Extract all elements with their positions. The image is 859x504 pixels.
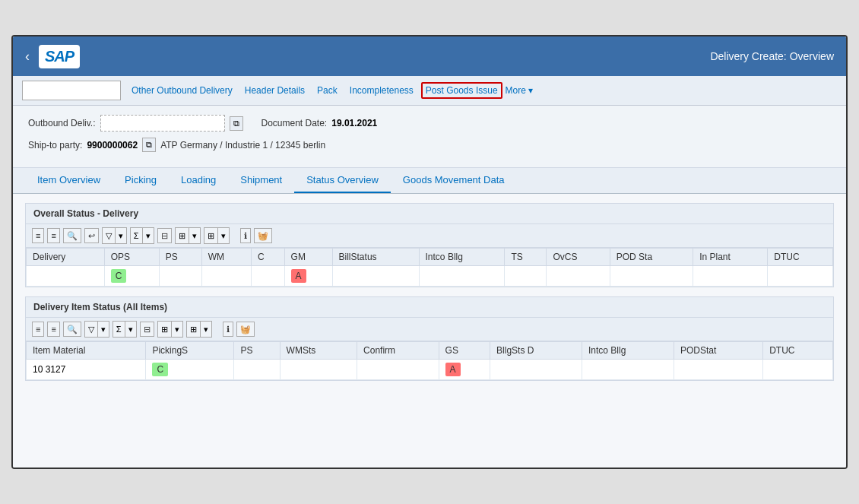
align-left-button[interactable]: ≡	[32, 228, 44, 243]
col-confirm: Confirm	[357, 342, 439, 360]
form-area: Outbound Deliv.: ⧉ Document Date: 19.01.…	[13, 106, 846, 168]
align-center-button[interactable]: ≡	[47, 228, 59, 243]
sum-dropdown[interactable]: ▾	[142, 228, 154, 243]
table-row[interactable]: 10 3127 C A	[27, 360, 833, 380]
item-filter-button[interactable]: ▽	[85, 322, 97, 337]
outbound-deliv-input[interactable]	[100, 115, 225, 132]
nav-incompleteness[interactable]: Incompleteness	[345, 82, 418, 99]
col-ovcs: OvCS	[547, 249, 610, 266]
gm-badge: A	[291, 269, 306, 283]
outbound-copy-button[interactable]: ⧉	[230, 116, 243, 131]
document-date-value: 19.01.2021	[331, 118, 377, 128]
nav-other-outbound[interactable]: Other Outbound Delivery	[127, 82, 237, 99]
ship-to-desc: ATP Germany / Industrie 1 / 12345 berlin	[160, 140, 325, 151]
content-area: Overall Status - Delivery ≡ ≡ 🔍 ↩ ▽ ▾ Σ …	[13, 194, 846, 468]
cell-ops: C	[104, 266, 159, 287]
cell-ts	[505, 266, 547, 287]
filter-group: ▽ ▾	[102, 227, 127, 244]
item-basket-button[interactable]: 🧺	[236, 322, 255, 337]
cell-item-ps	[234, 360, 280, 380]
item-align-left-button[interactable]: ≡	[32, 322, 44, 337]
item-grid-button[interactable]: ⊞	[187, 322, 200, 337]
col-gm: GM	[284, 249, 332, 266]
sum-group: Σ ▾	[130, 227, 154, 244]
tab-status-overview[interactable]: Status Overview	[294, 168, 391, 193]
cell-podstat	[674, 360, 762, 380]
table-row[interactable]: C A	[27, 266, 833, 287]
col-ts: TS	[505, 249, 547, 266]
nav-pack[interactable]: Pack	[312, 82, 342, 99]
undo-button[interactable]: ↩	[84, 228, 99, 243]
cell-item-material: 10 3127	[27, 360, 146, 380]
grid-dropdown[interactable]: ▾	[217, 228, 229, 243]
col-item-intco-bllg: Intco Bllg	[582, 342, 674, 360]
cell-bllgsts-d	[490, 360, 582, 380]
col-bllgsts-d: BllgSts D	[490, 342, 582, 360]
item-info-button[interactable]: ℹ	[223, 322, 233, 337]
cell-c	[251, 266, 284, 287]
item-layout-button[interactable]: ⊞	[158, 322, 171, 337]
item-align-center-button[interactable]: ≡	[47, 322, 59, 337]
nav-header-details[interactable]: Header Details	[240, 82, 309, 99]
toolbar: Other Outbound Delivery Header Details P…	[13, 76, 846, 106]
nav-post-goods-issue[interactable]: Post Goods Issue	[421, 82, 502, 99]
cell-wm	[201, 266, 251, 287]
form-row-1: Outbound Deliv.: ⧉ Document Date: 19.01.…	[28, 115, 831, 132]
col-delivery: Delivery	[27, 249, 105, 266]
header-left: ‹ SAP	[25, 45, 80, 68]
cell-gm: A	[284, 266, 332, 287]
tab-loading[interactable]: Loading	[169, 168, 228, 193]
basket-button[interactable]: 🧺	[254, 228, 272, 243]
item-search-button[interactable]: 🔍	[63, 322, 81, 337]
toolbar-dropdown-wrapper	[22, 81, 121, 100]
search-button[interactable]: 🔍	[63, 228, 81, 243]
outbound-deliv-label: Outbound Deliv.:	[28, 118, 96, 128]
document-date-label: Document Date:	[262, 118, 328, 128]
layout-dropdown[interactable]: ▾	[189, 228, 200, 243]
col-item-ps: PS	[234, 342, 280, 360]
print-button[interactable]: ⊟	[157, 228, 172, 243]
item-filter-dropdown[interactable]: ▾	[97, 322, 109, 337]
col-intco-bllg: Intco Bllg	[419, 249, 505, 266]
tab-goods-movement[interactable]: Goods Movement Data	[391, 168, 517, 193]
nav-more[interactable]: More ▾	[506, 85, 534, 96]
form-row-2: Ship-to party: 9900000062 ⧉ ATP Germany …	[28, 138, 831, 152]
overall-table-header: Delivery OPS PS WM C GM BillStatus Intco…	[27, 249, 833, 266]
col-ps: PS	[159, 249, 201, 266]
grid-group: ⊞ ▾	[204, 227, 230, 244]
tabs: Item Overview Picking Loading Shipment S…	[13, 168, 846, 194]
ship-to-copy-button[interactable]: ⧉	[142, 138, 156, 152]
col-gs: GS	[439, 342, 490, 360]
header-title: Delivery Create: Overview	[710, 50, 834, 62]
filter-dropdown[interactable]: ▾	[115, 228, 126, 243]
item-sum-button[interactable]: Σ	[113, 322, 125, 337]
ship-to-label: Ship-to party:	[28, 140, 82, 151]
item-sum-dropdown[interactable]: ▾	[125, 322, 136, 337]
col-item-material: Item Material	[27, 342, 146, 360]
item-print-button[interactable]: ⊟	[140, 322, 154, 337]
cell-pod-sta	[610, 266, 693, 287]
layout-button[interactable]: ⊞	[176, 228, 189, 243]
item-grid-dropdown[interactable]: ▾	[200, 322, 211, 337]
tab-shipment[interactable]: Shipment	[228, 168, 294, 193]
back-button[interactable]: ‹	[25, 49, 30, 65]
sum-button[interactable]: Σ	[131, 228, 142, 243]
col-wm: WM	[201, 249, 251, 266]
sap-logo: SAP	[39, 45, 80, 68]
cell-item-dtuc	[763, 360, 833, 380]
item-layout-dropdown[interactable]: ▾	[171, 322, 182, 337]
cell-item-intco-bllg	[582, 360, 674, 380]
col-pickings: PickingS	[146, 342, 234, 360]
tab-item-overview[interactable]: Item Overview	[25, 168, 113, 193]
main-window: ‹ SAP Delivery Create: Overview Other Ou…	[11, 35, 848, 469]
overall-status-section: Overall Status - Delivery ≡ ≡ 🔍 ↩ ▽ ▾ Σ …	[25, 203, 834, 287]
item-table-toolbar: ≡ ≡ 🔍 ▽ ▾ Σ ▾ ⊟ ⊞ ▾ ⊞ ▾	[26, 318, 833, 341]
cell-delivery	[27, 266, 105, 287]
filter-button[interactable]: ▽	[103, 228, 115, 243]
delivery-item-status-section: Delivery Item Status (All Items) ≡ ≡ 🔍 ▽…	[25, 296, 834, 381]
tab-picking[interactable]: Picking	[113, 168, 169, 193]
pickings-badge: C	[152, 363, 168, 376]
info-button[interactable]: ℹ	[240, 228, 251, 243]
grid-button[interactable]: ⊞	[204, 228, 217, 243]
toolbar-dropdown[interactable]	[22, 81, 121, 100]
